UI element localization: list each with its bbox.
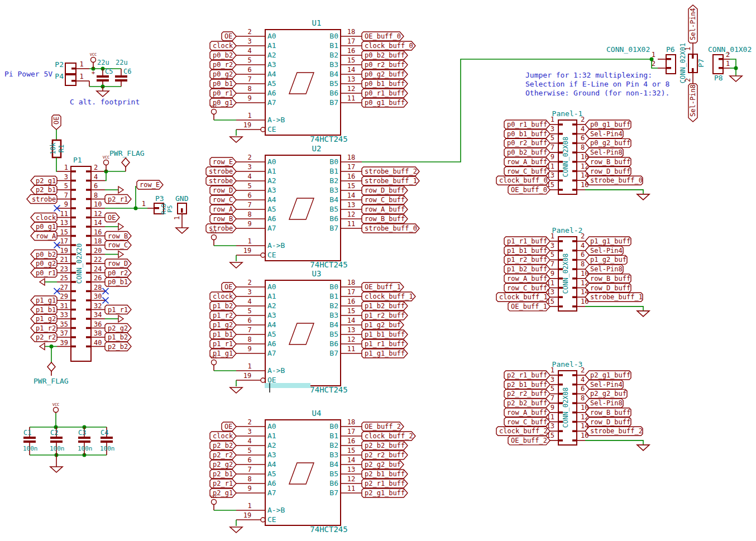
net-label[interactable]: row_D_buff <box>585 284 631 293</box>
net-label[interactable]: strobe_buff_2 <box>585 427 643 435</box>
net-label[interactable]: p2_g1_buff <box>362 489 408 497</box>
net-label[interactable]: p1_r2_buff <box>504 255 550 264</box>
net-label[interactable]: p0_b1_buff <box>504 130 550 138</box>
net-label[interactable]: OE <box>222 283 236 291</box>
net-label[interactable]: strobe <box>206 167 236 176</box>
net-label[interactable]: p2_r1 <box>105 195 131 204</box>
net-label[interactable]: row_C <box>210 195 236 204</box>
net-label[interactable]: p2_r2_buff <box>362 451 408 459</box>
net-label[interactable]: p1_r2_buff <box>362 311 408 320</box>
net-label[interactable]: p1_g2_buf <box>585 255 627 264</box>
net-label[interactable]: clock <box>31 213 57 222</box>
net-label[interactable]: p2_b2_buff <box>504 399 550 408</box>
net-label[interactable]: p1_g2 <box>210 320 236 329</box>
net-label[interactable]: p1_r2 <box>210 311 236 320</box>
net-label[interactable]: row_E <box>137 180 163 189</box>
net-label[interactable]: OE <box>222 422 236 431</box>
net-label[interactable]: strobe <box>27 195 57 204</box>
net-label[interactable]: p0_g1_buff <box>585 120 631 129</box>
schematic-canvas[interactable]: Pi Power 5VP2P411VCC+22uC522uC6C alt. fo… <box>0 0 756 541</box>
net-label[interactable]: p0_b2 <box>210 51 236 60</box>
net-label[interactable]: strobe_buff_2 <box>362 167 419 176</box>
net-label[interactable]: p1_g1_buff <box>585 237 631 246</box>
net-label[interactable]: p0_r2_buff <box>504 138 550 147</box>
net-label[interactable]: row_A_buff <box>504 408 550 417</box>
net-label[interactable]: p2_r2 <box>210 451 236 459</box>
net-label[interactable]: row_D_buff <box>362 186 408 195</box>
net-label[interactable]: p1_r2 <box>31 324 57 333</box>
net-label[interactable]: p2_b1_buff <box>362 470 408 478</box>
net-label[interactable]: row_B_buff <box>585 157 631 166</box>
net-label[interactable]: OE_buff_0 <box>362 32 404 41</box>
net-label[interactable]: row_C_buff <box>504 284 550 293</box>
net-label[interactable]: clock <box>210 41 236 50</box>
net-label[interactable]: strobe_buff_0 <box>362 224 419 233</box>
net-label[interactable]: p0_b1 <box>210 79 236 88</box>
net-label[interactable]: p2_b2_buff <box>362 441 408 450</box>
net-label[interactable]: OE_buff_2 <box>508 436 550 445</box>
net-label[interactable]: OE <box>105 213 119 222</box>
net-label[interactable]: row_C_buff <box>362 195 408 204</box>
net-label[interactable]: row_B_buff <box>585 408 631 417</box>
net-label[interactable]: p0_r1 <box>31 269 57 277</box>
net-label[interactable]: p0_b1_buff <box>362 79 408 88</box>
net-label[interactable]: p1_r1_buff <box>504 237 550 246</box>
net-label[interactable]: p1_b1 <box>210 330 236 339</box>
net-label[interactable]: row_C_buff <box>504 418 550 427</box>
net-label[interactable]: row_D_buff <box>585 418 631 427</box>
net-label[interactable]: p0_b2_buff <box>362 51 408 60</box>
net-label[interactable]: p1_b2 <box>210 301 236 310</box>
net-label[interactable]: p1_b1_buff <box>362 330 408 339</box>
net-label[interactable]: p0_r2_buff <box>362 60 408 69</box>
net-label[interactable]: row_D_buff <box>585 167 631 176</box>
net-label[interactable]: p0_r1 <box>210 89 236 98</box>
net-label[interactable]: row_E <box>210 157 236 166</box>
net-label[interactable]: OE_buff_1 <box>362 283 404 291</box>
net-label[interactable]: p0_b2 <box>31 250 57 259</box>
net-label[interactable]: row_B_buff <box>585 274 631 283</box>
net-label[interactable]: OE <box>222 32 236 41</box>
net-label[interactable]: clock_buff_2 <box>496 427 550 435</box>
net-label[interactable]: row_D <box>210 186 236 195</box>
net-label[interactable]: clock_buff_2 <box>362 432 415 441</box>
net-label[interactable]: p2_g2 <box>105 324 131 333</box>
net-label[interactable]: clock <box>210 292 236 301</box>
net-label[interactable]: p0_b1 <box>105 277 131 286</box>
net-label[interactable]: p0_g2 <box>31 259 57 268</box>
net-label[interactable]: p0_g2_buff <box>362 70 408 79</box>
net-label[interactable]: p0_r2 <box>105 269 131 277</box>
net-label[interactable]: row_A_buff <box>504 157 550 166</box>
net-label[interactable]: clock_buff_1 <box>362 292 415 301</box>
net-label[interactable]: Sel-Pin8 <box>688 84 697 122</box>
net-label[interactable]: strobe_buff_0 <box>585 176 643 185</box>
net-label[interactable]: Sel-Pin4 <box>585 246 623 255</box>
net-label[interactable]: p2_b2 <box>105 342 131 351</box>
net-label[interactable]: row_B <box>210 214 236 223</box>
net-label[interactable]: Sel-Pin4 <box>585 380 623 389</box>
net-label[interactable]: row_A_buff <box>362 205 408 214</box>
net-label[interactable]: clock_buff_1 <box>496 293 550 301</box>
net-label[interactable]: p2_r1_buff <box>504 371 550 380</box>
net-label[interactable]: p2_g2_buf <box>362 460 404 469</box>
net-label[interactable]: p2_b1 <box>210 470 236 478</box>
connector-P6[interactable] <box>666 55 676 74</box>
net-label[interactable]: OE <box>52 115 61 130</box>
net-label[interactable]: Sel-Pin4 <box>585 130 623 138</box>
net-label[interactable]: p1_b2_buff <box>362 301 408 310</box>
net-label[interactable]: row_B_buff <box>362 214 408 223</box>
net-label[interactable]: p1_r1 <box>105 305 131 314</box>
net-label[interactable]: p2_g2_buf <box>585 389 627 398</box>
net-label[interactable]: row_D <box>105 259 131 268</box>
net-label[interactable]: row_A <box>31 232 57 241</box>
net-label[interactable]: p0_r1_buff <box>362 89 408 98</box>
net-label[interactable]: strobe_buff_1 <box>585 293 643 301</box>
net-label[interactable]: clock_buff_0 <box>362 41 415 50</box>
net-label[interactable]: strobe <box>206 176 236 185</box>
net-label[interactable]: p2_r2_buff <box>504 389 550 398</box>
net-label[interactable]: p2_b2 <box>210 441 236 450</box>
net-label[interactable]: p1_b2_buff <box>504 265 550 274</box>
net-label[interactable]: p0_g2 <box>210 70 236 79</box>
net-label[interactable]: p1_b1 <box>31 305 57 314</box>
net-label[interactable]: p1_r1 <box>210 339 236 348</box>
net-label[interactable]: row_B <box>105 232 131 241</box>
